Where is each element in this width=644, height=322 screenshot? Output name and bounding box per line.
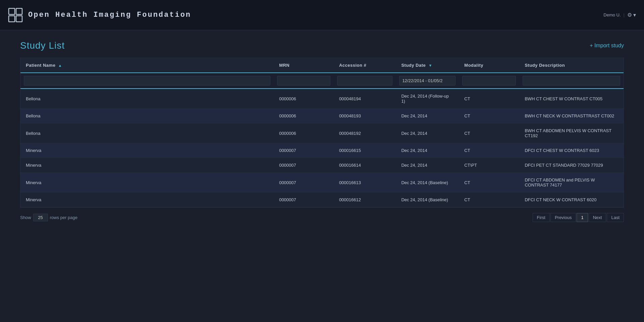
- rows-suffix: rows per page: [50, 215, 77, 220]
- table-row[interactable]: Bellona 0000006 000048192 Dec 24, 2014 C…: [20, 123, 624, 143]
- svg-rect-0: [9, 8, 15, 14]
- cell-study-date: Dec 24, 2014: [396, 123, 459, 143]
- col-accession: Accession #: [334, 58, 396, 73]
- cell-study-desc: BWH CT ABDOMEN PELVIS W CONTRAST CT192: [519, 123, 624, 143]
- cell-accession: 000016614: [334, 158, 396, 173]
- table-row[interactable]: Minerva 0000007 000016613 Dec 24, 2014 (…: [20, 173, 624, 193]
- svg-rect-1: [16, 8, 22, 14]
- dropdown-arrow-icon: ▾: [633, 12, 636, 18]
- cell-patient-name: Minerva: [20, 193, 274, 207]
- pagination-controls: First Previous 1 Next Last: [533, 213, 624, 222]
- last-page-button[interactable]: Last: [607, 213, 624, 222]
- col-study-desc: Study Description: [519, 58, 624, 73]
- svg-rect-3: [16, 16, 22, 22]
- table-row[interactable]: Bellona 0000006 000048194 Dec 24, 2014 (…: [20, 89, 624, 109]
- cell-modality: CT: [459, 173, 519, 193]
- table-row[interactable]: Minerva 0000007 000016612 Dec 24, 2014 (…: [20, 193, 624, 207]
- col-patient-name[interactable]: Patient Name ▲: [20, 58, 274, 73]
- filter-patient-name-cell: [20, 73, 274, 89]
- cell-mrn: 0000006: [274, 89, 334, 109]
- show-label: Show: [20, 215, 31, 220]
- cell-study-date: Dec 24, 2014: [396, 158, 459, 173]
- rows-per-page-input[interactable]: [33, 214, 48, 221]
- main-content: Study List + Import study Patient Name ▲…: [0, 30, 644, 232]
- pagination-bar: Show rows per page First Previous 1 Next…: [20, 213, 624, 222]
- table-header-row: Patient Name ▲ MRN Accession # Study Dat…: [20, 58, 624, 73]
- table-row[interactable]: Minerva 0000007 000016614 Dec 24, 2014 C…: [20, 158, 624, 173]
- cell-patient-name: Minerva: [20, 158, 274, 173]
- filter-accession-input[interactable]: [337, 76, 393, 86]
- col-modality: Modality: [459, 58, 519, 73]
- patient-name-sort-icon: ▲: [58, 63, 62, 67]
- filter-accession-cell: [334, 73, 396, 89]
- rows-per-page-section: Show rows per page: [20, 214, 77, 221]
- top-nav: Open Health Imaging Foundation Demo U. |…: [0, 0, 644, 30]
- filter-study-date-input[interactable]: [399, 76, 455, 86]
- cell-study-desc: BWH CT NECK W CONTRASTTRAST CT002: [519, 109, 624, 123]
- cell-study-desc: DFCI CT CHEST W CONTRAST 6023: [519, 143, 624, 158]
- cell-mrn: 0000006: [274, 123, 334, 143]
- cell-patient-name: Bellona: [20, 123, 274, 143]
- first-page-button[interactable]: First: [533, 213, 550, 222]
- cell-mrn: 0000007: [274, 158, 334, 173]
- cell-accession: 000048193: [334, 109, 396, 123]
- col-mrn: MRN: [274, 58, 334, 73]
- cell-study-desc: BWH CT CHEST W CONTRAST CT005: [519, 89, 624, 109]
- cell-patient-name: Bellona: [20, 109, 274, 123]
- cell-accession: 000048192: [334, 123, 396, 143]
- cell-study-desc: DFCI PET CT STANDARD 77029 77029: [519, 158, 624, 173]
- filter-mrn-input[interactable]: [277, 76, 330, 86]
- cell-study-desc: DFCI CT ABDOMEN and PELVIS W CONTRAST 74…: [519, 173, 624, 193]
- cell-accession: 000016613: [334, 173, 396, 193]
- study-list-header: Study List + Import study: [20, 40, 624, 51]
- page-1-button[interactable]: 1: [577, 213, 588, 222]
- filter-modality-input[interactable]: [462, 76, 516, 86]
- previous-page-button[interactable]: Previous: [550, 213, 576, 222]
- brand-logo: [8, 8, 23, 22]
- cell-patient-name: Minerva: [20, 143, 274, 158]
- cell-modality: CT: [459, 109, 519, 123]
- cell-study-date: Dec 24, 2014: [396, 143, 459, 158]
- next-page-button[interactable]: Next: [589, 213, 606, 222]
- cell-study-date: Dec 24, 2014 (Baseline): [396, 193, 459, 207]
- cell-accession: 000048194: [334, 89, 396, 109]
- cell-study-date: Dec 24, 2014 (Follow-up 1): [396, 89, 459, 109]
- cell-patient-name: Bellona: [20, 89, 274, 109]
- cell-modality: CT: [459, 193, 519, 207]
- filter-study-date-cell: [396, 73, 459, 89]
- filter-study-desc-cell: [519, 73, 624, 89]
- nav-right: Demo U. | ⚙ ▾: [603, 12, 636, 18]
- settings-button[interactable]: ⚙ ▾: [627, 12, 636, 18]
- cell-modality: CT: [459, 89, 519, 109]
- brand: Open Health Imaging Foundation: [8, 8, 191, 22]
- col-study-date[interactable]: Study Date ▼: [396, 58, 459, 73]
- filter-patient-name-input[interactable]: [24, 76, 270, 86]
- table-body: Bellona 0000006 000048194 Dec 24, 2014 (…: [20, 89, 624, 207]
- filter-study-desc-input[interactable]: [523, 76, 620, 86]
- cell-mrn: 0000007: [274, 143, 334, 158]
- svg-rect-2: [9, 16, 15, 22]
- study-table: Patient Name ▲ MRN Accession # Study Dat…: [20, 58, 624, 207]
- cell-mrn: 0000007: [274, 173, 334, 193]
- cell-accession: 000016615: [334, 143, 396, 158]
- cell-study-date: Dec 24, 2014: [396, 109, 459, 123]
- cell-accession: 000016612: [334, 193, 396, 207]
- table-row[interactable]: Bellona 0000006 000048193 Dec 24, 2014 C…: [20, 109, 624, 123]
- nav-user: Demo U.: [603, 12, 621, 17]
- cell-mrn: 0000006: [274, 109, 334, 123]
- cell-modality: CT\PT: [459, 158, 519, 173]
- cell-modality: CT: [459, 143, 519, 158]
- study-list-title: Study List: [20, 40, 65, 51]
- import-study-label: + Import study: [590, 43, 624, 49]
- filter-row: [20, 73, 624, 89]
- nav-divider: |: [624, 12, 625, 17]
- gear-icon: ⚙: [627, 12, 632, 18]
- import-study-button[interactable]: + Import study: [590, 43, 624, 49]
- filter-mrn-cell: [274, 73, 334, 89]
- table-row[interactable]: Minerva 0000007 000016615 Dec 24, 2014 C…: [20, 143, 624, 158]
- cell-patient-name: Minerva: [20, 173, 274, 193]
- cell-modality: CT: [459, 123, 519, 143]
- study-date-sort-icon: ▼: [428, 63, 432, 67]
- brand-title: Open Health Imaging Foundation: [28, 11, 191, 19]
- cell-study-date: Dec 24, 2014 (Baseline): [396, 173, 459, 193]
